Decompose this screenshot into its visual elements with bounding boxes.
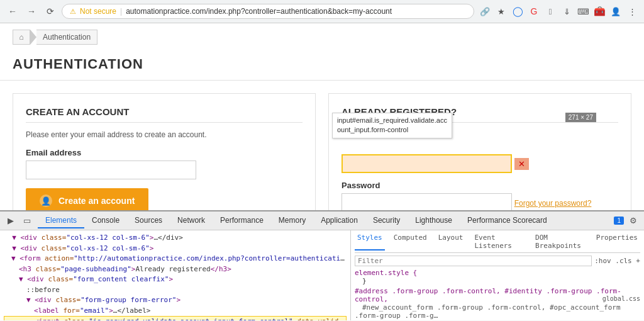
create-account-title: CREATE AN ACCOUNT <box>26 106 303 123</box>
tab-elements[interactable]: Elements <box>38 213 84 228</box>
browser-chrome: ← → ⟳ ⚠ Not secure | automationpractice.… <box>0 0 644 23</box>
html-line-7: ▼ <div class="form-group form-error"> <box>4 295 347 306</box>
inspector-tooltip: input#email.is_required.validate.account… <box>332 113 452 138</box>
devtools-html-panel: ▼ <div class="col-xs-12 col-sm-6">…</div… <box>0 230 351 320</box>
html-line-3: ▼ <form action="http://automationpractic… <box>4 254 347 264</box>
html-line-9-highlighted: <input class="is_required validate accou… <box>4 316 347 320</box>
url-text: automationpractice.com/index.php?control… <box>126 7 466 16</box>
create-account-box: CREATE AN ACCOUNT Please enter your emai… <box>13 93 316 210</box>
dimension-badge: 271 × 27 <box>565 113 596 122</box>
share-button[interactable]: 🔗 <box>478 4 492 18</box>
browser-actions: 🔗 ★ ◯ G  ⇓ ⌨ 🧰 👤 ⋮ <box>478 4 639 18</box>
account-circle-button[interactable]: ◯ <box>511 4 525 18</box>
html-line-2: ▼ <div class="col-xs-12 col-sm-6"> <box>4 244 347 254</box>
refresh-button[interactable]: ⟳ <box>43 4 58 19</box>
browser-toolbar: ← → ⟳ ⚠ Not secure | automationpractice.… <box>0 0 644 23</box>
security-label: Not secure <box>80 7 116 16</box>
translate-button[interactable]:  <box>543 4 557 18</box>
main-columns: CREATE AN ACCOUNT Please enter your emai… <box>0 81 644 210</box>
devtools-styles-panel: Styles Computed Layout Event Listeners D… <box>351 230 644 320</box>
clear-email-button[interactable]: ✕ <box>514 158 529 170</box>
html-line-6: ::before <box>4 285 347 296</box>
bookmark-button[interactable]: ★ <box>494 4 508 18</box>
tab-sources[interactable]: Sources <box>127 213 170 228</box>
tab-lighthouse[interactable]: Lighthouse <box>408 213 460 228</box>
css-rule-1: element.style { } <box>355 269 640 285</box>
devtools-right-icons: 1 ⚙ <box>614 214 640 228</box>
tooltip-text: input#email.is_required.validate.account… <box>337 116 447 133</box>
already-registered-box: ALREADY REGISTERED? input#email.is_requi… <box>328 93 631 210</box>
styles-tab-event[interactable]: Event Listeners <box>472 233 526 251</box>
device-toggle-button[interactable]: ▭ <box>20 214 34 228</box>
url-divider: | <box>120 7 122 16</box>
breadcrumb-home[interactable]: ⌂ <box>13 30 30 45</box>
password-input[interactable] <box>341 193 512 210</box>
css-rule-2: #address .form-group .form-control, #ide… <box>355 287 640 320</box>
user-icon: 👤 <box>40 194 52 207</box>
security-icon: ⚠ <box>70 8 76 16</box>
pseudo-filter: :hov .cls + <box>594 257 640 265</box>
inspect-element-button[interactable]: ▶ <box>4 214 18 228</box>
tab-performance-scorecard[interactable]: Performance Scorecard <box>460 213 555 228</box>
extensions-button[interactable]: 🧰 <box>592 4 606 18</box>
address-bar[interactable]: ⚠ Not secure | automationpractice.com/in… <box>62 4 474 19</box>
notification-badge: 1 <box>614 217 624 225</box>
forward-button[interactable]: → <box>24 4 39 19</box>
registered-email-input[interactable] <box>341 154 512 173</box>
filter-bar: :hov .cls + <box>355 256 640 266</box>
styles-header: Styles Computed Layout Event Listeners D… <box>355 233 640 253</box>
create-account-button-label: Create an account <box>58 196 135 206</box>
tab-memory[interactable]: Memory <box>271 213 313 228</box>
page-title: AUTHENTICATION <box>0 51 644 81</box>
create-account-subtitle: Please enter your email address to creat… <box>26 130 303 139</box>
html-line-4: <h3 class="page-subheading">Already regi… <box>4 264 347 275</box>
styles-tab-props[interactable]: Properties <box>594 233 640 251</box>
styles-tab-styles[interactable]: Styles <box>355 233 385 251</box>
email-row: ✕ <box>341 154 618 173</box>
tab-application[interactable]: Application <box>313 213 365 228</box>
profile-button[interactable]: 👤 <box>609 4 623 18</box>
tab-security[interactable]: Security <box>365 213 408 228</box>
breadcrumb-authentication: Authentication <box>36 30 97 45</box>
tab-performance[interactable]: Performance <box>213 213 271 228</box>
page-content: ⌂ Authentication AUTHENTICATION CREATE A… <box>0 23 644 210</box>
tab-console[interactable]: Console <box>84 213 127 228</box>
devtools-content: ▼ <div class="col-xs-12 col-sm-6">…</div… <box>0 230 644 320</box>
email-label: Email address <box>26 148 303 157</box>
html-line-1: ▼ <div class="col-xs-12 col-sm-6">…</div… <box>4 233 347 244</box>
back-button[interactable]: ← <box>5 4 20 19</box>
breadcrumb: ⌂ Authentication <box>0 23 644 51</box>
tab-network[interactable]: Network <box>170 213 213 228</box>
menu-button[interactable]: ⋮ <box>625 4 639 18</box>
html-line-5: ▼ <div class="form_content clearfix"> <box>4 274 347 285</box>
forgot-password-link[interactable]: Forgot your password? <box>514 199 592 208</box>
create-account-button[interactable]: 👤 Create an account <box>26 188 148 210</box>
devtools-panel: ▶ ▭ Elements Console Sources Network Per… <box>0 210 644 320</box>
styles-tab-layout[interactable]: Layout <box>436 233 466 251</box>
styles-filter-input[interactable] <box>355 256 592 266</box>
styles-tab-computed[interactable]: Computed <box>391 233 430 251</box>
create-account-email-input[interactable] <box>26 160 196 179</box>
download-button[interactable]: ⇓ <box>560 4 574 18</box>
cast-button[interactable]: ⌨ <box>576 4 590 18</box>
styles-tab-dom[interactable]: DOM Breakpoints <box>533 233 587 251</box>
devtools-settings-button[interactable]: ⚙ <box>626 214 640 228</box>
breadcrumb-separator <box>30 30 36 45</box>
html-line-8: <label for="email">…</label> <box>4 306 347 317</box>
devtools-tabs: ▶ ▭ Elements Console Sources Network Per… <box>0 211 644 230</box>
devtools-left-icons: ▶ ▭ <box>4 214 34 228</box>
google-button[interactable]: G <box>527 4 541 18</box>
password-label: Password <box>341 181 618 190</box>
